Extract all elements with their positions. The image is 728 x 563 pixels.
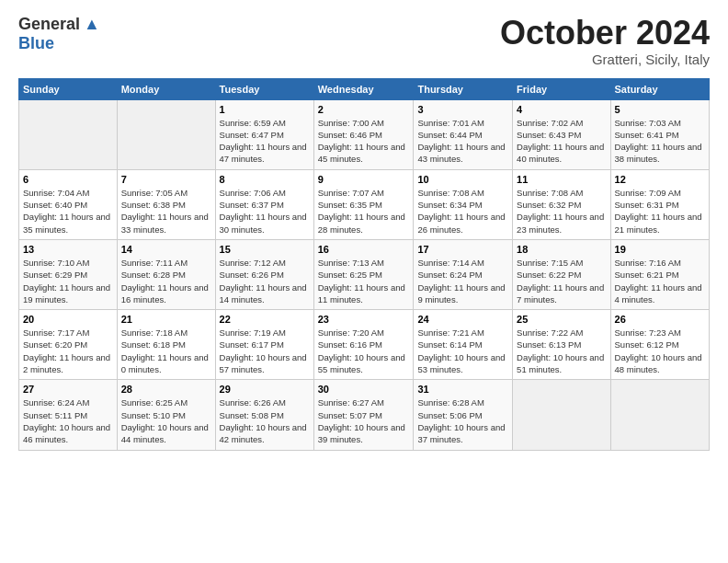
day-info: Sunrise: 7:04 AM Sunset: 6:40 PM Dayligh… xyxy=(23,187,113,236)
calendar-cell: 30Sunrise: 6:27 AM Sunset: 5:07 PM Dayli… xyxy=(313,380,414,450)
day-info: Sunrise: 7:17 AM Sunset: 6:20 PM Dayligh… xyxy=(23,327,113,375)
logo-bird-icon: ▲ xyxy=(84,15,100,34)
page-header: General ▲ Blue October 2024 Gratteri, Si… xyxy=(18,15,710,67)
day-info: Sunrise: 7:14 AM Sunset: 6:24 PM Dayligh… xyxy=(417,257,508,305)
day-number: 19 xyxy=(615,244,705,255)
calendar-cell xyxy=(610,380,709,450)
calendar-cell: 15Sunrise: 7:12 AM Sunset: 6:26 PM Dayli… xyxy=(215,239,313,309)
page-container: General ▲ Blue October 2024 Gratteri, Si… xyxy=(0,0,728,460)
day-number: 25 xyxy=(517,314,606,325)
calendar-cell: 6Sunrise: 7:04 AM Sunset: 6:40 PM Daylig… xyxy=(19,169,118,239)
day-info: Sunrise: 7:13 AM Sunset: 6:25 PM Dayligh… xyxy=(318,257,410,305)
day-number: 2 xyxy=(318,104,410,115)
title-block: October 2024 Gratteri, Sicily, Italy xyxy=(500,15,710,67)
day-info: Sunrise: 7:08 AM Sunset: 6:34 PM Dayligh… xyxy=(417,187,508,236)
calendar-cell: 14Sunrise: 7:11 AM Sunset: 6:28 PM Dayli… xyxy=(117,239,215,309)
day-info: Sunrise: 6:28 AM Sunset: 5:06 PM Dayligh… xyxy=(417,396,508,445)
day-info: Sunrise: 7:00 AM Sunset: 6:46 PM Dayligh… xyxy=(318,117,410,166)
month-title: October 2024 xyxy=(500,15,710,52)
day-info: Sunrise: 6:25 AM Sunset: 5:10 PM Dayligh… xyxy=(121,396,211,445)
calendar-week-row: 27Sunrise: 6:24 AM Sunset: 5:11 PM Dayli… xyxy=(19,380,710,450)
calendar-cell: 28Sunrise: 6:25 AM Sunset: 5:10 PM Dayli… xyxy=(117,380,215,450)
calendar-cell xyxy=(19,99,118,169)
calendar-cell: 12Sunrise: 7:09 AM Sunset: 6:31 PM Dayli… xyxy=(610,169,709,239)
logo-general-text: General xyxy=(18,15,80,34)
calendar-cell xyxy=(117,99,215,169)
location-subtitle: Gratteri, Sicily, Italy xyxy=(500,52,710,67)
calendar-cell: 20Sunrise: 7:17 AM Sunset: 6:20 PM Dayli… xyxy=(19,310,118,380)
calendar-header-row: SundayMondayTuesdayWednesdayThursdayFrid… xyxy=(19,78,710,99)
calendar-week-row: 13Sunrise: 7:10 AM Sunset: 6:29 PM Dayli… xyxy=(19,239,710,309)
day-info: Sunrise: 6:26 AM Sunset: 5:08 PM Dayligh… xyxy=(220,396,310,445)
day-info: Sunrise: 7:19 AM Sunset: 6:17 PM Dayligh… xyxy=(220,327,310,375)
day-number: 29 xyxy=(220,384,310,395)
day-number: 9 xyxy=(318,174,410,185)
day-header-wednesday: Wednesday xyxy=(313,78,414,99)
day-number: 22 xyxy=(220,314,310,325)
day-number: 18 xyxy=(517,244,606,255)
day-info: Sunrise: 7:12 AM Sunset: 6:26 PM Dayligh… xyxy=(220,257,310,305)
calendar-cell: 23Sunrise: 7:20 AM Sunset: 6:16 PM Dayli… xyxy=(313,310,414,380)
calendar-cell: 8Sunrise: 7:06 AM Sunset: 6:37 PM Daylig… xyxy=(215,169,313,239)
calendar-cell: 1Sunrise: 6:59 AM Sunset: 6:47 PM Daylig… xyxy=(215,99,313,169)
day-header-sunday: Sunday xyxy=(19,78,118,99)
day-number: 14 xyxy=(121,244,211,255)
calendar-cell: 21Sunrise: 7:18 AM Sunset: 6:18 PM Dayli… xyxy=(117,310,215,380)
day-info: Sunrise: 7:02 AM Sunset: 6:43 PM Dayligh… xyxy=(517,117,606,166)
day-number: 26 xyxy=(615,314,705,325)
day-info: Sunrise: 7:01 AM Sunset: 6:44 PM Dayligh… xyxy=(417,117,508,166)
day-number: 17 xyxy=(417,244,508,255)
day-info: Sunrise: 7:11 AM Sunset: 6:28 PM Dayligh… xyxy=(121,257,211,305)
calendar-cell: 29Sunrise: 6:26 AM Sunset: 5:08 PM Dayli… xyxy=(215,380,313,450)
day-number: 16 xyxy=(318,244,410,255)
day-info: Sunrise: 7:21 AM Sunset: 6:14 PM Dayligh… xyxy=(417,327,508,375)
day-info: Sunrise: 7:03 AM Sunset: 6:41 PM Dayligh… xyxy=(615,117,705,166)
day-number: 13 xyxy=(23,244,113,255)
calendar-cell: 13Sunrise: 7:10 AM Sunset: 6:29 PM Dayli… xyxy=(19,239,118,309)
day-info: Sunrise: 7:08 AM Sunset: 6:32 PM Dayligh… xyxy=(517,187,606,236)
day-number: 21 xyxy=(121,314,211,325)
day-number: 8 xyxy=(220,174,310,185)
calendar-cell: 7Sunrise: 7:05 AM Sunset: 6:38 PM Daylig… xyxy=(117,169,215,239)
day-number: 1 xyxy=(220,104,310,115)
day-number: 28 xyxy=(121,384,211,395)
day-number: 10 xyxy=(417,174,508,185)
day-info: Sunrise: 7:07 AM Sunset: 6:35 PM Dayligh… xyxy=(318,187,410,236)
day-info: Sunrise: 7:20 AM Sunset: 6:16 PM Dayligh… xyxy=(318,327,410,375)
calendar-week-row: 1Sunrise: 6:59 AM Sunset: 6:47 PM Daylig… xyxy=(19,99,710,169)
calendar-cell xyxy=(513,380,610,450)
calendar-cell: 18Sunrise: 7:15 AM Sunset: 6:22 PM Dayli… xyxy=(513,239,610,309)
calendar-cell: 19Sunrise: 7:16 AM Sunset: 6:21 PM Dayli… xyxy=(610,239,709,309)
day-number: 5 xyxy=(615,104,705,115)
day-info: Sunrise: 6:59 AM Sunset: 6:47 PM Dayligh… xyxy=(220,117,310,166)
day-info: Sunrise: 6:27 AM Sunset: 5:07 PM Dayligh… xyxy=(318,396,410,445)
day-header-friday: Friday xyxy=(513,78,610,99)
day-number: 24 xyxy=(417,314,508,325)
calendar-cell: 9Sunrise: 7:07 AM Sunset: 6:35 PM Daylig… xyxy=(313,169,414,239)
day-number: 23 xyxy=(318,314,410,325)
day-number: 7 xyxy=(121,174,211,185)
day-header-thursday: Thursday xyxy=(414,78,513,99)
day-number: 12 xyxy=(615,174,705,185)
calendar-cell: 24Sunrise: 7:21 AM Sunset: 6:14 PM Dayli… xyxy=(414,310,513,380)
calendar-table: SundayMondayTuesdayWednesdayThursdayFrid… xyxy=(18,78,710,451)
day-number: 31 xyxy=(417,384,508,395)
day-info: Sunrise: 7:15 AM Sunset: 6:22 PM Dayligh… xyxy=(517,257,606,305)
day-info: Sunrise: 7:22 AM Sunset: 6:13 PM Dayligh… xyxy=(517,327,606,375)
day-header-saturday: Saturday xyxy=(610,78,709,99)
day-info: Sunrise: 7:05 AM Sunset: 6:38 PM Dayligh… xyxy=(121,187,211,236)
calendar-cell: 25Sunrise: 7:22 AM Sunset: 6:13 PM Dayli… xyxy=(513,310,610,380)
day-number: 15 xyxy=(220,244,310,255)
calendar-week-row: 20Sunrise: 7:17 AM Sunset: 6:20 PM Dayli… xyxy=(19,310,710,380)
day-header-tuesday: Tuesday xyxy=(215,78,313,99)
calendar-cell: 10Sunrise: 7:08 AM Sunset: 6:34 PM Dayli… xyxy=(414,169,513,239)
day-info: Sunrise: 7:09 AM Sunset: 6:31 PM Dayligh… xyxy=(615,187,705,236)
day-number: 3 xyxy=(417,104,508,115)
day-number: 27 xyxy=(23,384,113,395)
day-number: 30 xyxy=(318,384,410,395)
calendar-cell: 22Sunrise: 7:19 AM Sunset: 6:17 PM Dayli… xyxy=(215,310,313,380)
day-info: Sunrise: 7:16 AM Sunset: 6:21 PM Dayligh… xyxy=(615,257,705,305)
day-number: 20 xyxy=(23,314,113,325)
day-number: 6 xyxy=(23,174,113,185)
day-info: Sunrise: 7:06 AM Sunset: 6:37 PM Dayligh… xyxy=(220,187,310,236)
